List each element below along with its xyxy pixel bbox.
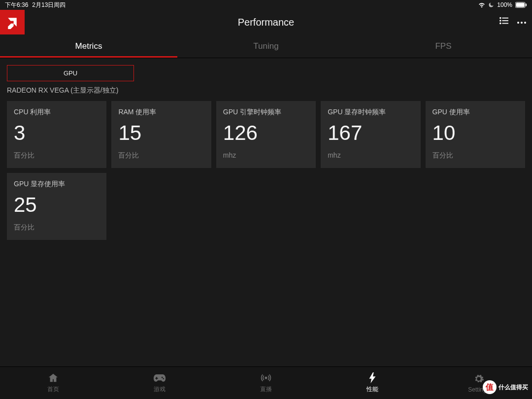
- home-icon: [48, 372, 59, 383]
- page-title: Performance: [0, 17, 532, 28]
- tab-label: Metrics: [75, 41, 102, 51]
- more-icon[interactable]: [517, 17, 526, 26]
- nav-games[interactable]: 游戏: [106, 367, 213, 399]
- svg-point-11: [524, 22, 526, 24]
- svg-rect-6: [502, 20, 508, 21]
- metric-unit: mhz: [223, 151, 309, 159]
- svg-point-3: [499, 17, 501, 19]
- metric-title: GPU 引擎时钟频率: [223, 108, 309, 117]
- tab-metrics[interactable]: Metrics: [0, 36, 177, 58]
- status-time: 下午6:36: [5, 1, 28, 9]
- app-header: Performance: [0, 10, 532, 36]
- device-label: RADEON RX VEGA (主显示器/独立): [0, 86, 532, 101]
- metric-unit: 百分比: [118, 151, 204, 160]
- metric-unit: mhz: [328, 151, 413, 159]
- tab-label: Tuning: [253, 41, 278, 51]
- svg-rect-8: [502, 23, 508, 24]
- svg-point-12: [162, 377, 163, 378]
- metric-unit: 百分比: [14, 223, 100, 232]
- tabs: Metrics Tuning FPS: [0, 36, 532, 58]
- nav-stream[interactable]: 直播: [213, 367, 319, 399]
- nav-label: 直播: [260, 385, 272, 394]
- bolt-icon: [369, 372, 376, 383]
- svg-point-7: [499, 23, 501, 25]
- gamepad-icon: [153, 372, 166, 383]
- status-bar: 下午6:36 2月13日周四 100%: [0, 0, 532, 10]
- nav-performance[interactable]: 性能: [319, 367, 426, 399]
- metric-value: 10: [432, 122, 518, 144]
- metric-card[interactable]: CPU 利用率 3 百分比: [7, 101, 106, 168]
- nav-label: 首页: [47, 385, 59, 394]
- metric-card[interactable]: GPU 显存时钟频率 167 mhz: [321, 101, 420, 168]
- broadcast-icon: [260, 372, 272, 383]
- metric-card[interactable]: GPU 引擎时钟频率 126 mhz: [216, 101, 316, 168]
- status-date: 2月13日周四: [32, 1, 66, 9]
- svg-point-10: [521, 22, 523, 24]
- metric-title: GPU 显存时钟频率: [328, 108, 413, 117]
- svg-point-5: [499, 20, 501, 22]
- metric-unit: 百分比: [432, 151, 518, 160]
- metric-value: 126: [223, 122, 309, 144]
- metric-unit: 百分比: [14, 151, 100, 160]
- metric-card[interactable]: RAM 使用率 15 百分比: [111, 101, 211, 168]
- svg-rect-1: [516, 3, 525, 7]
- status-battery-percent: 100%: [497, 1, 512, 8]
- metric-card[interactable]: GPU 显存使用率 25 百分比: [7, 173, 106, 240]
- watermark: 值 什么值得买: [483, 380, 528, 394]
- svg-point-13: [163, 378, 165, 379]
- svg-point-9: [517, 22, 519, 24]
- metric-value: 167: [328, 122, 413, 144]
- moon-icon: [488, 2, 494, 8]
- metric-title: GPU 使用率: [432, 108, 518, 117]
- metric-card[interactable]: GPU 使用率 10 百分比: [426, 101, 525, 168]
- metric-value: 3: [14, 122, 100, 144]
- wifi-icon: [478, 2, 485, 8]
- nav-label: 性能: [366, 385, 378, 394]
- battery-icon: [515, 2, 527, 8]
- tab-label: FPS: [435, 41, 451, 51]
- tab-tuning[interactable]: Tuning: [177, 36, 355, 58]
- nav-home[interactable]: 首页: [0, 367, 106, 399]
- metric-value: 15: [118, 122, 204, 144]
- bottom-nav: 首页 游戏 直播 性能 Settings: [0, 366, 532, 399]
- gpu-chip-label: GPU: [64, 69, 77, 77]
- metrics-grid: CPU 利用率 3 百分比 RAM 使用率 15 百分比 GPU 引擎时钟频率 …: [0, 101, 532, 240]
- watermark-badge: 值: [483, 380, 497, 394]
- metric-title: RAM 使用率: [118, 108, 204, 117]
- nav-label: 游戏: [154, 385, 166, 394]
- gpu-chip[interactable]: GPU: [7, 65, 134, 81]
- svg-rect-4: [502, 18, 508, 19]
- watermark-text: 什么值得买: [499, 383, 528, 392]
- metric-title: CPU 利用率: [14, 108, 100, 117]
- list-icon[interactable]: [499, 17, 508, 27]
- svg-rect-2: [526, 3, 527, 6]
- tab-fps[interactable]: FPS: [355, 36, 532, 58]
- metric-value: 25: [14, 194, 100, 216]
- metric-title: GPU 显存使用率: [14, 180, 100, 189]
